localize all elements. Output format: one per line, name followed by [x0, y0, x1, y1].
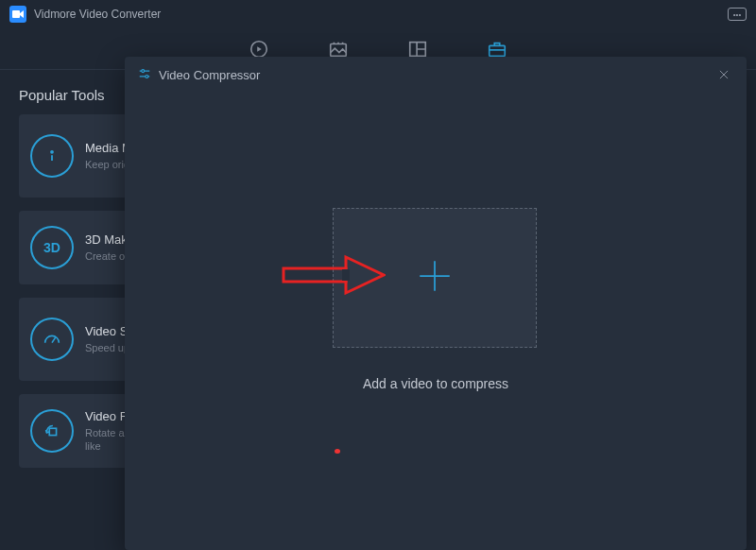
app-title: Vidmore Video Converter [34, 8, 161, 21]
modal-title: Video Compressor [159, 68, 260, 82]
title-bar: Vidmore Video Converter ••• [0, 0, 756, 28]
gauge-icon [30, 318, 74, 361]
svg-rect-6 [49, 428, 56, 435]
annotation-dot-icon [335, 449, 340, 454]
plus-icon [415, 256, 455, 300]
threed-icon: 3D [30, 226, 74, 269]
svg-point-5 [51, 151, 53, 153]
add-video-dropzone[interactable] [333, 208, 537, 348]
rotate-icon [30, 409, 74, 453]
svg-point-9 [146, 75, 148, 77]
svg-rect-4 [490, 45, 506, 56]
modal-header: Video Compressor [125, 57, 747, 93]
video-compressor-modal: Video Compressor Add a video to compress [125, 57, 747, 550]
svg-point-8 [142, 69, 145, 72]
feedback-icon[interactable]: ••• [728, 8, 747, 21]
filter-slider-icon [138, 67, 151, 83]
info-icon [30, 134, 74, 178]
close-button[interactable] [714, 65, 733, 84]
app-logo-icon [9, 6, 26, 23]
dropzone-label: Add a video to compress [125, 376, 747, 391]
svg-rect-0 [12, 10, 20, 18]
